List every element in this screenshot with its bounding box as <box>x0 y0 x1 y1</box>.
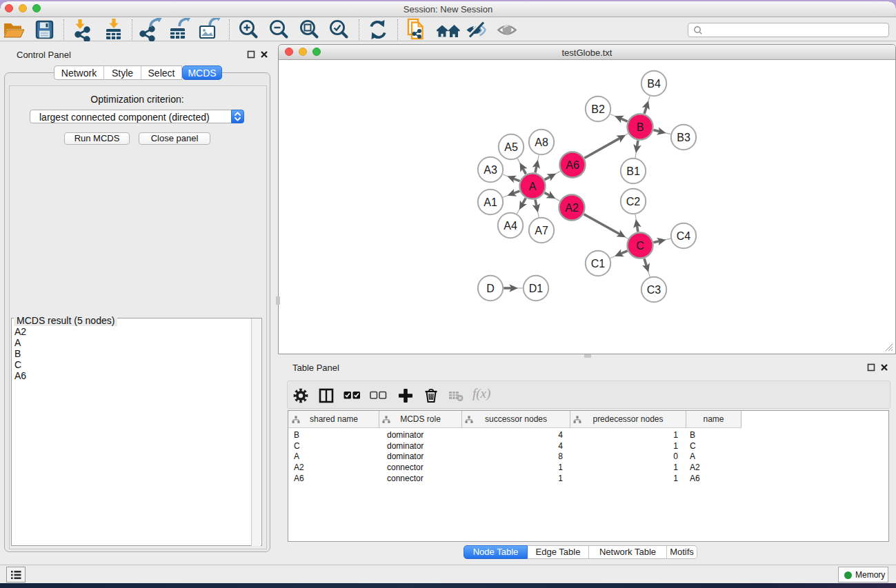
svg-text:A2: A2 <box>565 202 579 214</box>
svg-text:A8: A8 <box>535 136 548 148</box>
svg-text:C4: C4 <box>677 230 691 242</box>
svg-text:C3: C3 <box>647 284 661 296</box>
svg-text:B1: B1 <box>626 165 640 177</box>
svg-text:C1: C1 <box>591 258 606 270</box>
svg-text:C2: C2 <box>626 196 641 207</box>
svg-text:C: C <box>636 240 644 252</box>
svg-text:B3: B3 <box>677 132 690 143</box>
svg-text:A6: A6 <box>566 159 579 171</box>
svg-text:A3: A3 <box>484 164 497 176</box>
svg-text:B: B <box>637 121 644 133</box>
svg-text:D1: D1 <box>529 283 544 294</box>
svg-text:A1: A1 <box>484 196 497 208</box>
svg-text:B2: B2 <box>591 103 605 115</box>
svg-text:B4: B4 <box>647 78 661 90</box>
svg-text:A4: A4 <box>504 220 517 232</box>
svg-text:A5: A5 <box>504 141 518 153</box>
svg-text:D: D <box>486 283 495 294</box>
svg-text:A: A <box>529 181 537 192</box>
svg-text:A7: A7 <box>535 225 548 236</box>
